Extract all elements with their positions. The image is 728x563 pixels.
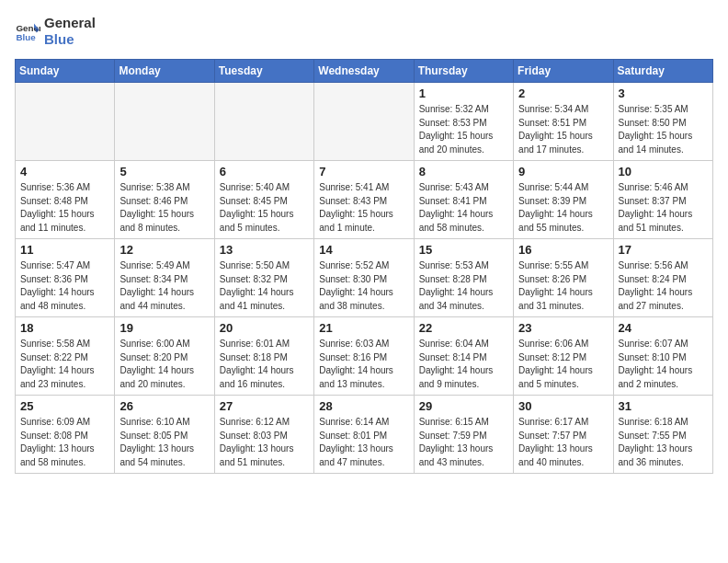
day-number: 6 [220,165,309,178]
calendar-cell: 3Sunrise: 5:35 AM Sunset: 8:50 PM Daylig… [613,83,712,161]
day-info: Sunrise: 5:47 AM Sunset: 8:36 PM Dayligh… [20,259,109,313]
day-number: 29 [419,399,508,413]
column-header-thursday: Thursday [414,60,513,83]
day-info: Sunrise: 5:56 AM Sunset: 8:24 PM Dayligh… [619,259,708,313]
day-number: 26 [119,399,209,413]
day-number: 10 [619,165,708,178]
calendar-cell: 8Sunrise: 5:43 AM Sunset: 8:41 PM Daylig… [414,161,513,239]
column-header-monday: Monday [115,60,214,83]
calendar-cell: 13Sunrise: 5:50 AM Sunset: 8:32 PM Dayli… [214,239,313,317]
day-info: Sunrise: 5:36 AM Sunset: 8:48 PM Dayligh… [20,181,109,235]
calendar-cell: 29Sunrise: 6:15 AM Sunset: 7:59 PM Dayli… [414,396,513,474]
day-number: 4 [20,165,109,178]
calendar-cell [16,83,115,161]
day-info: Sunrise: 6:14 AM Sunset: 8:01 PM Dayligh… [319,416,408,469]
day-number: 31 [619,399,708,413]
day-info: Sunrise: 6:15 AM Sunset: 7:59 PM Dayligh… [419,416,508,469]
day-info: Sunrise: 5:40 AM Sunset: 8:45 PM Dayligh… [220,181,309,235]
calendar-cell: 14Sunrise: 5:52 AM Sunset: 8:30 PM Dayli… [314,239,414,317]
logo-line2: Blue [44,31,96,48]
calendar-cell: 16Sunrise: 5:55 AM Sunset: 8:26 PM Dayli… [514,239,613,317]
day-number: 28 [319,399,408,413]
day-number: 25 [20,399,109,413]
calendar-cell: 25Sunrise: 6:09 AM Sunset: 8:08 PM Dayli… [16,396,115,474]
calendar-header-row: SundayMondayTuesdayWednesdayThursdayFrid… [16,60,713,83]
calendar-cell: 7Sunrise: 5:41 AM Sunset: 8:43 PM Daylig… [314,161,414,239]
calendar-cell: 10Sunrise: 5:46 AM Sunset: 8:37 PM Dayli… [613,161,712,239]
day-number: 27 [220,399,309,413]
calendar-cell: 27Sunrise: 6:12 AM Sunset: 8:03 PM Dayli… [214,396,313,474]
column-header-tuesday: Tuesday [214,60,313,83]
day-info: Sunrise: 6:17 AM Sunset: 7:57 PM Dayligh… [518,416,608,469]
day-info: Sunrise: 5:46 AM Sunset: 8:37 PM Dayligh… [619,181,708,235]
day-number: 23 [518,321,608,335]
day-number: 5 [119,165,209,178]
logo: General Blue General Blue [15,15,96,48]
day-number: 1 [419,86,508,100]
day-info: Sunrise: 5:49 AM Sunset: 8:34 PM Dayligh… [119,259,209,313]
day-number: 16 [518,243,608,257]
calendar-cell [214,83,313,161]
calendar-cell: 9Sunrise: 5:44 AM Sunset: 8:39 PM Daylig… [514,161,613,239]
day-number: 8 [419,165,508,178]
day-info: Sunrise: 6:12 AM Sunset: 8:03 PM Dayligh… [220,416,309,469]
day-number: 15 [419,243,508,257]
calendar-cell: 20Sunrise: 6:01 AM Sunset: 8:18 PM Dayli… [214,317,313,396]
calendar-cell: 4Sunrise: 5:36 AM Sunset: 8:48 PM Daylig… [16,161,115,239]
week-row-3: 11Sunrise: 5:47 AM Sunset: 8:36 PM Dayli… [16,239,713,317]
week-row-4: 18Sunrise: 5:58 AM Sunset: 8:22 PM Dayli… [16,317,713,396]
day-info: Sunrise: 6:10 AM Sunset: 8:05 PM Dayligh… [119,416,209,469]
day-info: Sunrise: 5:34 AM Sunset: 8:51 PM Dayligh… [518,103,608,156]
day-info: Sunrise: 6:06 AM Sunset: 8:12 PM Dayligh… [518,338,608,391]
week-row-1: 1Sunrise: 5:32 AM Sunset: 8:53 PM Daylig… [16,83,713,161]
day-info: Sunrise: 6:00 AM Sunset: 8:20 PM Dayligh… [119,338,209,391]
column-header-sunday: Sunday [16,60,115,83]
svg-text:Blue: Blue [16,32,36,42]
day-number: 24 [619,321,708,335]
column-header-friday: Friday [514,60,613,83]
day-number: 2 [518,86,608,100]
day-number: 30 [518,399,608,413]
day-number: 9 [518,165,608,178]
calendar-cell: 28Sunrise: 6:14 AM Sunset: 8:01 PM Dayli… [314,396,414,474]
day-info: Sunrise: 5:32 AM Sunset: 8:53 PM Dayligh… [419,103,508,156]
column-header-wednesday: Wednesday [314,60,414,83]
column-header-saturday: Saturday [613,60,712,83]
logo-line1: General [44,15,96,31]
calendar-cell: 11Sunrise: 5:47 AM Sunset: 8:36 PM Dayli… [16,239,115,317]
page-header: General Blue General Blue [15,15,713,48]
day-info: Sunrise: 6:18 AM Sunset: 7:55 PM Dayligh… [619,416,708,469]
day-number: 17 [619,243,708,257]
day-number: 13 [220,243,309,257]
day-info: Sunrise: 5:41 AM Sunset: 8:43 PM Dayligh… [319,181,408,235]
calendar-cell: 15Sunrise: 5:53 AM Sunset: 8:28 PM Dayli… [414,239,513,317]
calendar-cell [314,83,414,161]
calendar-cell: 1Sunrise: 5:32 AM Sunset: 8:53 PM Daylig… [414,83,513,161]
calendar-cell: 6Sunrise: 5:40 AM Sunset: 8:45 PM Daylig… [214,161,313,239]
calendar-cell: 22Sunrise: 6:04 AM Sunset: 8:14 PM Dayli… [414,317,513,396]
logo-icon: General Blue [15,18,40,44]
day-info: Sunrise: 6:09 AM Sunset: 8:08 PM Dayligh… [20,416,109,469]
day-number: 14 [319,243,408,257]
calendar-cell: 23Sunrise: 6:06 AM Sunset: 8:12 PM Dayli… [514,317,613,396]
day-number: 12 [119,243,209,257]
calendar-cell: 24Sunrise: 6:07 AM Sunset: 8:10 PM Dayli… [613,317,712,396]
day-info: Sunrise: 6:07 AM Sunset: 8:10 PM Dayligh… [619,338,708,391]
calendar-cell: 18Sunrise: 5:58 AM Sunset: 8:22 PM Dayli… [16,317,115,396]
day-info: Sunrise: 5:58 AM Sunset: 8:22 PM Dayligh… [20,338,109,391]
day-info: Sunrise: 5:43 AM Sunset: 8:41 PM Dayligh… [419,181,508,235]
calendar-cell: 21Sunrise: 6:03 AM Sunset: 8:16 PM Dayli… [314,317,414,396]
week-row-5: 25Sunrise: 6:09 AM Sunset: 8:08 PM Dayli… [16,396,713,474]
day-number: 19 [119,321,209,335]
day-info: Sunrise: 5:52 AM Sunset: 8:30 PM Dayligh… [319,259,408,313]
day-number: 7 [319,165,408,178]
day-number: 18 [20,321,109,335]
day-info: Sunrise: 6:03 AM Sunset: 8:16 PM Dayligh… [319,338,408,391]
calendar-cell: 17Sunrise: 5:56 AM Sunset: 8:24 PM Dayli… [613,239,712,317]
day-info: Sunrise: 5:44 AM Sunset: 8:39 PM Dayligh… [518,181,608,235]
day-info: Sunrise: 6:01 AM Sunset: 8:18 PM Dayligh… [220,338,309,391]
calendar-table: SundayMondayTuesdayWednesdayThursdayFrid… [15,59,713,474]
calendar-cell: 31Sunrise: 6:18 AM Sunset: 7:55 PM Dayli… [613,396,712,474]
day-number: 3 [619,86,708,100]
calendar-cell: 26Sunrise: 6:10 AM Sunset: 8:05 PM Dayli… [115,396,214,474]
